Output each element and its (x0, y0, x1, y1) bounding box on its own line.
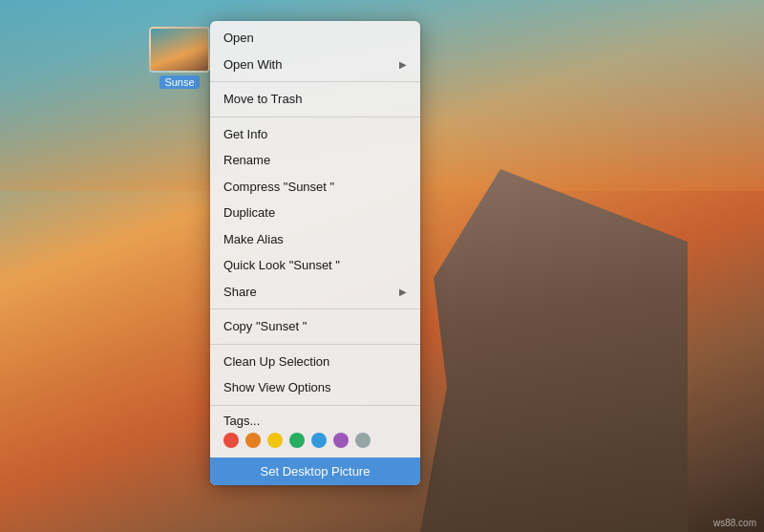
submenu-arrow-icon: ▶ (399, 57, 407, 72)
menu-item-open[interactable]: Open (210, 25, 420, 52)
menu-item-duplicate[interactable]: Duplicate (210, 200, 420, 226)
menu-item-clean-up-selection[interactable]: Clean Up Selection (210, 349, 420, 375)
tag-dot-blue[interactable] (311, 433, 327, 448)
tag-dot-purple[interactable] (333, 433, 349, 448)
menu-section-file-ops: Get Info Rename Compress "Sunset " Dupli… (210, 117, 420, 309)
menu-section-view: Clean Up Selection Show View Options (210, 344, 420, 405)
submenu-arrow-share-icon: ▶ (399, 285, 407, 299)
tags-dots-row (210, 430, 420, 452)
desktop-icon[interactable]: Sunse (141, 27, 218, 89)
menu-item-rename[interactable]: Rename (210, 147, 420, 174)
tag-dot-gray[interactable] (355, 433, 371, 448)
menu-item-share[interactable]: Share ▶ (210, 279, 420, 306)
tag-dot-red[interactable] (223, 433, 239, 448)
tag-dot-green[interactable] (289, 433, 305, 448)
watermark: ws88.com (713, 518, 756, 528)
menu-item-compress[interactable]: Compress "Sunset " (210, 174, 420, 201)
menu-item-show-view-options[interactable]: Show View Options (210, 374, 420, 401)
menu-item-copy-sunset[interactable]: Copy "Sunset " (210, 313, 420, 340)
menu-item-open-with[interactable]: Open With ▶ (210, 52, 420, 78)
context-menu: Open Open With ▶ Move to Trash Get Info … (210, 21, 420, 485)
tag-dot-orange[interactable] (245, 433, 261, 448)
tag-dot-yellow[interactable] (267, 433, 283, 448)
menu-section-open: Open Open With ▶ (210, 21, 420, 81)
menu-section-copy: Copy "Sunset " (210, 309, 420, 344)
menu-item-move-to-trash[interactable]: Move to Trash (210, 86, 420, 113)
menu-item-make-alias[interactable]: Make Alias (210, 226, 420, 253)
icon-label: Sunse (159, 75, 199, 89)
menu-item-get-info[interactable]: Get Info (210, 121, 420, 148)
menu-section-trash: Move to Trash (210, 81, 420, 117)
icon-thumbnail (149, 27, 210, 73)
menu-item-set-desktop-picture[interactable]: Set Desktop Picture (210, 458, 420, 486)
menu-item-quick-look[interactable]: Quick Look "Sunset " (210, 252, 420, 279)
tags-label[interactable]: Tags... (210, 410, 420, 430)
menu-section-tags: Tags... (210, 405, 420, 458)
